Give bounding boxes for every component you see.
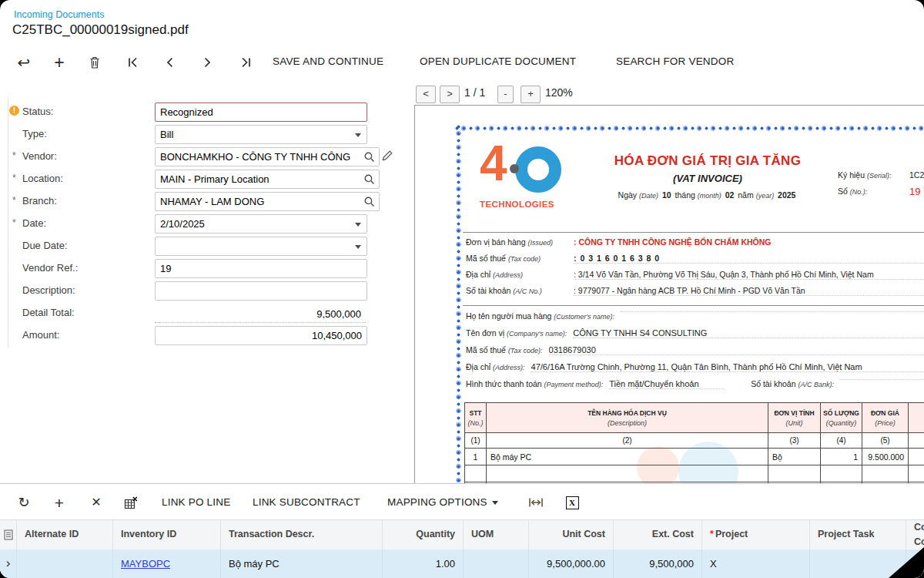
document-form: ! Status: Recognized Type: Bill * Vendor… <box>8 97 398 348</box>
branch-label: Branch: <box>22 195 57 207</box>
type-field[interactable]: Bill <box>155 125 367 144</box>
row-settings-column-header[interactable] <box>0 520 17 549</box>
fit-width-button[interactable] <box>526 492 546 512</box>
cell-ext-cost[interactable]: 9,500,000 <box>614 549 702 578</box>
save-and-continue-button[interactable]: SAVE AND CONTINUE <box>273 55 383 67</box>
chevron-right-icon <box>201 56 213 69</box>
invoice-header: HÓA ĐƠN GIÁ TRỊ GIA TĂNG (VAT INVOICE) N… <box>552 153 863 200</box>
edit-pencil-icon[interactable] <box>381 150 393 165</box>
chevron-down-icon[interactable] <box>355 245 361 249</box>
cell-unit-cost[interactable]: 9,500,000.00 <box>529 549 614 578</box>
column-header-cost-code[interactable]: Cost Code <box>906 520 924 549</box>
pdf-next-page-button[interactable]: > <box>440 86 460 103</box>
seller-tax-code: : 0 3 1 6 0 1 6 3 8 0 <box>574 254 924 264</box>
grid-delete-icon <box>124 496 138 509</box>
location-field[interactable]: MAIN - Primary Location <box>155 170 380 189</box>
required-marker: * <box>12 173 16 183</box>
status-field[interactable]: Recognized <box>155 102 367 122</box>
link-subcontract-button[interactable]: LINK SUBCONTRACT <box>253 496 360 508</box>
pdf-zoom-out-button[interactable]: - <box>497 86 514 103</box>
breadcrumb[interactable]: Incoming Documents <box>14 9 104 20</box>
form-row-description: Description: <box>8 281 398 303</box>
cancel-icon: ↩ <box>18 55 31 70</box>
vendor-label: Vendor: <box>22 150 57 162</box>
pdf-prev-page-button[interactable]: < <box>416 86 436 103</box>
branch-field[interactable]: NHAMAY - LAM DONG <box>155 192 380 211</box>
add-button[interactable]: + <box>48 51 71 74</box>
column-header-project-task[interactable]: Project Task <box>810 520 906 549</box>
first-record-button[interactable] <box>122 51 145 74</box>
column-header-project[interactable]: *Project <box>702 520 810 549</box>
add-row-button[interactable]: + <box>49 492 69 512</box>
invoice-serial-block: Ký hiệu (Serial):1C2 Số (No.):19 <box>838 170 891 203</box>
date-field[interactable]: 2/10/2025 <box>155 214 367 234</box>
row-chevron-icon: › <box>6 556 11 570</box>
buyer-address: 47/6/16A Trường Chinh, Phường 11, Quận T… <box>531 362 924 372</box>
cell-transaction-descr[interactable]: Bộ máy PC <box>221 549 383 578</box>
refresh-button[interactable]: ↻ <box>14 492 34 512</box>
form-row-detail-total: Detail Total: 9,500,000 <box>8 303 398 325</box>
column-header-transaction-descr[interactable]: Transaction Descr. <box>221 520 383 549</box>
column-header-unit-cost[interactable]: Unit Cost <box>529 520 614 549</box>
form-row-vendor-ref: Vendor Ref.: 19 <box>8 258 398 281</box>
column-header-ext-cost[interactable]: Ext. Cost <box>614 520 702 549</box>
search-icon[interactable] <box>363 196 376 211</box>
search-for-vendor-button[interactable]: SEARCH FOR VENDOR <box>616 55 734 67</box>
form-row-branch: * Branch: NHAMAY - LAM DONG <box>8 191 398 213</box>
cell-alternate-id[interactable] <box>17 549 113 578</box>
last-record-button[interactable] <box>234 51 257 74</box>
mapping-options-button[interactable]: MAPPING OPTIONS <box>387 496 498 508</box>
link-po-line-button[interactable]: LINK PO LINE <box>162 496 230 508</box>
vendor-ref-label: Vendor Ref.: <box>22 262 78 274</box>
previous-record-button[interactable] <box>159 51 182 74</box>
column-header-inventory-id[interactable]: Inventory ID <box>113 520 221 549</box>
required-marker: * <box>12 195 16 206</box>
pdf-viewer[interactable]: 4 TECHNOLOGIES HÓA ĐƠN GIÁ TRỊ GIA TĂNG … <box>414 105 924 485</box>
vendor-field[interactable]: BONCHAMKHO - CÔNG TY TNHH CÔNG <box>155 147 380 166</box>
required-marker: * <box>12 217 16 228</box>
location-label: Location: <box>22 173 63 184</box>
column-header-quantity[interactable]: Quantity <box>383 520 464 549</box>
pdf-zoom-in-button[interactable]: + <box>521 86 541 103</box>
delete-button[interactable] <box>83 51 106 74</box>
delete-row-button[interactable]: ✕ <box>86 492 106 512</box>
grid-panel: ↻ + ✕ LINK PO LINE LINK SUBCONTRACT MAPP… <box>0 483 924 578</box>
inventory-id-link[interactable]: MAYBOPC <box>121 558 170 570</box>
cell-quantity[interactable]: 1.00 <box>383 549 464 578</box>
search-icon[interactable] <box>363 173 376 189</box>
open-duplicate-document-button[interactable]: OPEN DUPLICATE DOCUMENT <box>420 55 576 67</box>
next-record-button[interactable] <box>196 51 219 74</box>
vendor-ref-field[interactable]: 19 <box>155 259 367 278</box>
plus-icon: + <box>55 495 64 511</box>
chevron-down-icon[interactable] <box>355 223 361 227</box>
seller-account: : 9779077 - Ngân hàng ACB TP. Hồ Chí Min… <box>574 286 924 296</box>
delete-grid-column-button[interactable] <box>121 492 141 512</box>
search-icon[interactable] <box>363 151 376 166</box>
cell-uom[interactable] <box>464 549 529 578</box>
buyer-company-name: CÔNG TY TNHH S4 CONSULTING <box>573 328 924 338</box>
buyer-payment-method: Tiền mặt/Chuyển khoản <box>609 379 725 389</box>
pdf-zoom-level: 120% <box>545 86 573 99</box>
invoice-seller-block: Đơn vị bán hàng (Issued): CÔNG TY TNHH C… <box>466 237 924 302</box>
form-row-vendor: * Vendor: BONCHAMKHO - CÔNG TY TNHH CÔNG <box>8 146 398 169</box>
detail-total-label: Detail Total: <box>22 307 75 318</box>
description-field[interactable] <box>155 281 367 301</box>
grid-row-selected[interactable]: › MAYBOPC Bộ máy PC 1.00 9,500,000.00 9,… <box>0 549 924 578</box>
due-date-field[interactable] <box>155 237 367 256</box>
cell-inventory-id[interactable]: MAYBOPC <box>113 549 221 578</box>
app-window: Incoming Documents C25TBC_00000019signed… <box>0 0 924 578</box>
cell-project[interactable]: X <box>702 549 810 578</box>
column-header-alternate-id[interactable]: Alternate ID <box>17 520 113 549</box>
amount-field[interactable]: 10,450,000 <box>155 326 367 345</box>
amount-label: Amount: <box>22 329 59 341</box>
date-value: 2/10/2025 <box>160 218 205 230</box>
export-to-excel-button[interactable]: X <box>562 492 582 512</box>
pdf-page-indicator: 1 / 1 <box>464 86 485 99</box>
chevron-down-icon[interactable] <box>355 133 361 137</box>
first-record-icon <box>127 56 139 69</box>
logo-four: 4 <box>480 135 507 192</box>
close-icon: ✕ <box>91 496 101 509</box>
due-date-label: Due Date: <box>22 240 68 251</box>
column-header-uom[interactable]: UOM <box>464 520 529 549</box>
cancel-button[interactable]: ↩ <box>12 51 35 74</box>
